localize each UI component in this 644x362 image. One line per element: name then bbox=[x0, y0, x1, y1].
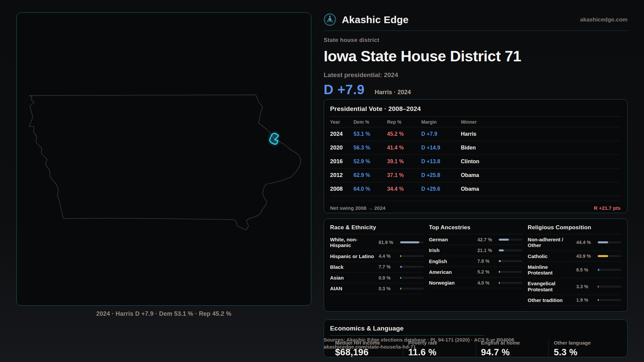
winner-cell: Clinton bbox=[461, 159, 621, 165]
winner-cell: Biden bbox=[461, 145, 621, 151]
year-cell: 2020 bbox=[330, 144, 354, 151]
demo-column: Race & EthnicityWhite, non-Hispanic81.9 … bbox=[330, 224, 424, 306]
margin-metric-value: D +7.9 bbox=[324, 83, 365, 96]
stat-value: 42.7 % bbox=[477, 237, 495, 242]
demo-column-title: Religious Composition bbox=[528, 224, 621, 231]
stat-label: Asian bbox=[330, 275, 375, 281]
table-row: 200864.0 %34.4 %D +29.6Obama bbox=[330, 182, 621, 196]
stat-row: White, non-Hispanic81.9 % bbox=[330, 234, 424, 251]
stat-row: Irish21.1 % bbox=[429, 245, 523, 256]
dem-cell: 62.9 % bbox=[354, 172, 387, 178]
rep-cell: 41.4 % bbox=[387, 145, 421, 151]
stat-bar-fill bbox=[598, 241, 608, 243]
dem-cell: 53.1 % bbox=[354, 131, 387, 137]
stat-value: 0.3 % bbox=[379, 286, 397, 291]
stat-label: Catholic bbox=[528, 253, 573, 259]
year-cell: 2012 bbox=[330, 172, 354, 179]
rep-cell: 45.2 % bbox=[387, 131, 421, 137]
econ-stat: Median HH income$68,196 bbox=[330, 340, 403, 357]
stat-label: Irish bbox=[429, 247, 474, 253]
stat-row: Non-adherent / Other44.4 % bbox=[528, 234, 621, 251]
stat-bar-fill bbox=[499, 260, 500, 262]
stat-bar bbox=[400, 241, 424, 243]
dem-cell: 64.0 % bbox=[354, 186, 387, 192]
net-swing-value: R +21.7 pts bbox=[594, 205, 621, 211]
stat-label: Mainline Protestant bbox=[528, 264, 573, 276]
margin-cell: D +25.8 bbox=[421, 172, 461, 178]
table-row: 201262.9 %37.1 %D +25.8Obama bbox=[330, 169, 621, 182]
stat-bar-fill bbox=[598, 255, 608, 257]
presidential-vote-title: Presidential Vote · 2008–2024 bbox=[330, 105, 621, 113]
demo-column-title: Race & Ethnicity bbox=[330, 224, 424, 231]
rep-cell: 37.1 % bbox=[387, 172, 421, 178]
econ-stat: Poverty rate11.6 % bbox=[403, 340, 476, 357]
stat-bar-fill bbox=[400, 266, 402, 268]
stat-bar bbox=[499, 260, 522, 262]
stat-bar bbox=[499, 249, 522, 251]
stat-row: American5.2 % bbox=[429, 267, 523, 278]
stat-bar bbox=[400, 266, 424, 268]
stat-bar bbox=[598, 286, 621, 288]
stat-bar-fill bbox=[598, 286, 599, 288]
table-header-row: YearDem %Rep %MarginWinner bbox=[330, 117, 621, 127]
margin-metric-caption: Harris · 2024 bbox=[375, 89, 411, 96]
margin-metric-row: D +7.9 Harris · 2024 bbox=[324, 83, 628, 96]
winner-cell: Obama bbox=[461, 172, 621, 178]
stat-value: 21.1 % bbox=[477, 248, 495, 253]
stat-value: 4.4 % bbox=[379, 253, 397, 259]
table-row: 201652.9 %39.1 %D +13.8Clinton bbox=[330, 155, 621, 169]
econ-stat: Other language5.3 % bbox=[548, 340, 621, 357]
econ-stat-value: $68,196 bbox=[335, 347, 403, 357]
stat-label: White, non-Hispanic bbox=[330, 237, 375, 248]
econ-stat-label: Median HH income bbox=[335, 340, 403, 346]
page-title: Iowa State House District 71 bbox=[324, 49, 628, 64]
stat-bar-fill bbox=[400, 255, 401, 257]
net-swing-row: Net swing 2008 → 2024 R +21.7 pts bbox=[330, 201, 621, 211]
stat-value: 7.7 % bbox=[379, 264, 397, 269]
stat-bar-fill bbox=[499, 271, 500, 273]
stat-row: Hispanic or Latino4.4 % bbox=[330, 251, 424, 262]
column-header: Dem % bbox=[354, 119, 387, 125]
stat-row: English7.8 % bbox=[429, 256, 523, 267]
winner-cell: Harris bbox=[461, 131, 621, 137]
stat-row: Evangelical Protestant3.3 % bbox=[528, 278, 621, 295]
column-header: Winner bbox=[461, 119, 621, 125]
stat-value: 7.8 % bbox=[477, 258, 495, 264]
stat-label: AIAN bbox=[330, 286, 375, 291]
margin-cell: D +13.8 bbox=[421, 159, 461, 165]
stat-row: Asian0.9 % bbox=[330, 273, 424, 283]
stat-bar bbox=[598, 269, 621, 271]
stat-row: Other tradition1.9 % bbox=[528, 295, 621, 306]
stat-label: American bbox=[429, 269, 474, 275]
stat-value: 81.9 % bbox=[379, 240, 397, 245]
stat-row: Norwegian4.0 % bbox=[429, 278, 523, 288]
stat-row: Mainline Protestant6.5 % bbox=[528, 262, 621, 279]
stat-bar bbox=[499, 271, 522, 273]
table-row: 202453.1 %45.2 %D +7.9Harris bbox=[330, 127, 621, 141]
district-map-panel bbox=[16, 12, 311, 306]
stat-label: Evangelical Protestant bbox=[528, 281, 573, 292]
stat-bar-fill bbox=[598, 299, 599, 301]
stat-label: Norwegian bbox=[429, 280, 474, 286]
table-body: 202453.1 %45.2 %D +7.9Harris202056.3 %41… bbox=[330, 127, 621, 196]
stat-bar bbox=[400, 288, 424, 290]
brand-domain-link[interactable]: akashicedge.com bbox=[580, 16, 628, 23]
demo-column-title: Top Ancestries bbox=[429, 224, 523, 231]
column-header: Margin bbox=[421, 119, 461, 125]
margin-cell: D +29.6 bbox=[421, 186, 461, 192]
demographics-grid: Race & EthnicityWhite, non-Hispanic81.9 … bbox=[330, 224, 621, 306]
net-swing-label: Net swing 2008 → 2024 bbox=[330, 205, 385, 211]
stat-bar bbox=[499, 239, 522, 241]
akashic-edge-logo-icon bbox=[324, 13, 336, 26]
econ-stat-label: Other language bbox=[554, 340, 621, 346]
map-caption: 2024 · Harris D +7.9 · Dem 53.1 % · Rep … bbox=[16, 310, 311, 317]
presidential-vote-card: Presidential Vote · 2008–2024 YearDem %R… bbox=[324, 99, 628, 213]
report-panel: Akashic Edge akashicedge.com State house… bbox=[324, 0, 628, 362]
stat-label: Black bbox=[330, 264, 375, 270]
winner-cell: Obama bbox=[461, 186, 621, 192]
stat-label: German bbox=[429, 237, 474, 242]
stat-label: English bbox=[429, 258, 474, 264]
stat-label: Hispanic or Latino bbox=[330, 253, 375, 259]
stat-value: 5.2 % bbox=[477, 269, 495, 275]
district-71-highlight[interactable] bbox=[270, 133, 278, 144]
